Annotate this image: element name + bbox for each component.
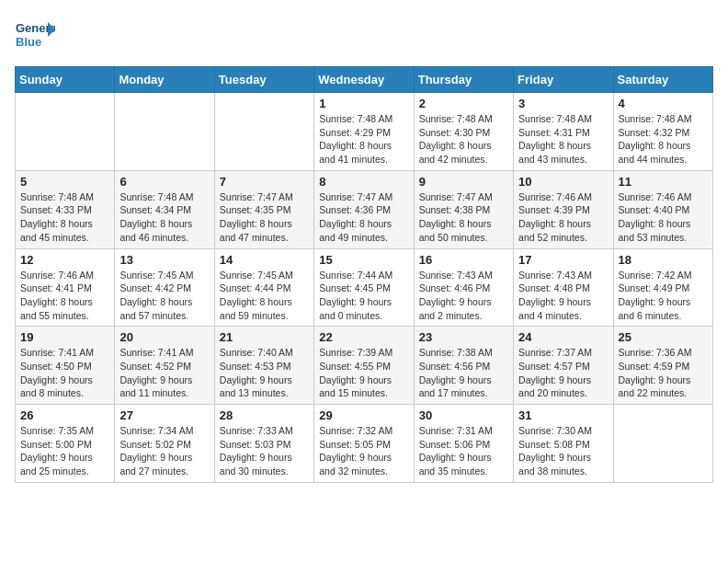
day-number: 30 (419, 408, 508, 422)
day-number: 23 (419, 330, 508, 344)
day-info: Sunrise: 7:40 AM Sunset: 4:53 PM Dayligh… (220, 346, 309, 400)
day-number: 26 (20, 408, 109, 422)
day-cell-25: 25Sunrise: 7:36 AM Sunset: 4:59 PM Dayli… (613, 327, 712, 405)
day-cell-28: 28Sunrise: 7:33 AM Sunset: 5:03 PM Dayli… (214, 405, 313, 483)
day-info: Sunrise: 7:47 AM Sunset: 4:36 PM Dayligh… (319, 190, 408, 245)
day-number: 20 (119, 330, 209, 344)
day-header-sunday: Sunday (16, 67, 115, 93)
day-info: Sunrise: 7:48 AM Sunset: 4:30 PM Dayligh… (419, 112, 508, 167)
day-info: Sunrise: 7:43 AM Sunset: 4:46 PM Dayligh… (419, 269, 508, 323)
day-number: 15 (319, 253, 408, 267)
day-number: 18 (619, 253, 708, 267)
day-header-wednesday: Wednesday (314, 67, 414, 93)
day-header-saturday: Saturday (613, 67, 712, 93)
day-info: Sunrise: 7:38 AM Sunset: 4:56 PM Dayligh… (419, 346, 508, 400)
day-header-tuesday: Tuesday (214, 67, 313, 93)
day-number: 2 (419, 97, 508, 110)
day-number: 29 (319, 408, 408, 422)
day-info: Sunrise: 7:44 AM Sunset: 4:45 PM Dayligh… (319, 269, 408, 323)
day-number: 12 (20, 253, 109, 267)
day-info: Sunrise: 7:33 AM Sunset: 5:03 PM Dayligh… (220, 424, 309, 478)
day-number: 27 (119, 408, 209, 422)
week-row-1: 1Sunrise: 7:48 AM Sunset: 4:29 PM Daylig… (16, 93, 713, 171)
day-cell-21: 21Sunrise: 7:40 AM Sunset: 4:53 PM Dayli… (214, 327, 313, 405)
day-info: Sunrise: 7:30 AM Sunset: 5:08 PM Dayligh… (518, 424, 608, 478)
day-info: Sunrise: 7:37 AM Sunset: 4:57 PM Dayligh… (518, 346, 608, 400)
day-info: Sunrise: 7:42 AM Sunset: 4:49 PM Dayligh… (619, 269, 708, 323)
day-number: 4 (619, 97, 708, 110)
day-number: 10 (518, 175, 608, 189)
day-cell-11: 11Sunrise: 7:46 AM Sunset: 4:40 PM Dayli… (613, 170, 712, 248)
day-info: Sunrise: 7:46 AM Sunset: 4:39 PM Dayligh… (518, 190, 608, 245)
day-cell-16: 16Sunrise: 7:43 AM Sunset: 4:46 PM Dayli… (414, 248, 513, 327)
day-cell-23: 23Sunrise: 7:38 AM Sunset: 4:56 PM Dayli… (414, 327, 513, 405)
day-cell-9: 9Sunrise: 7:47 AM Sunset: 4:38 PM Daylig… (414, 170, 513, 248)
day-number: 5 (20, 175, 109, 189)
empty-cell (613, 405, 712, 483)
day-cell-12: 12Sunrise: 7:46 AM Sunset: 4:41 PM Dayli… (16, 248, 115, 327)
day-info: Sunrise: 7:48 AM Sunset: 4:29 PM Dayligh… (319, 112, 408, 167)
day-cell-3: 3Sunrise: 7:48 AM Sunset: 4:31 PM Daylig… (514, 93, 613, 171)
day-cell-18: 18Sunrise: 7:42 AM Sunset: 4:49 PM Dayli… (613, 248, 712, 327)
day-cell-24: 24Sunrise: 7:37 AM Sunset: 4:57 PM Dayli… (514, 327, 613, 405)
day-info: Sunrise: 7:32 AM Sunset: 5:05 PM Dayligh… (319, 424, 408, 478)
day-cell-13: 13Sunrise: 7:45 AM Sunset: 4:42 PM Dayli… (115, 248, 214, 327)
day-cell-17: 17Sunrise: 7:43 AM Sunset: 4:48 PM Dayli… (514, 248, 613, 327)
day-number: 19 (20, 330, 109, 344)
day-info: Sunrise: 7:46 AM Sunset: 4:41 PM Dayligh… (20, 269, 109, 323)
day-number: 21 (220, 330, 309, 344)
day-info: Sunrise: 7:48 AM Sunset: 4:32 PM Dayligh… (619, 112, 708, 167)
day-number: 28 (220, 408, 309, 422)
day-cell-20: 20Sunrise: 7:41 AM Sunset: 4:52 PM Dayli… (115, 327, 214, 405)
day-cell-6: 6Sunrise: 7:48 AM Sunset: 4:34 PM Daylig… (115, 170, 214, 248)
day-number: 1 (319, 97, 408, 110)
day-info: Sunrise: 7:47 AM Sunset: 4:35 PM Dayligh… (220, 190, 309, 245)
empty-cell (115, 93, 214, 171)
day-cell-2: 2Sunrise: 7:48 AM Sunset: 4:30 PM Daylig… (414, 93, 513, 171)
day-info: Sunrise: 7:39 AM Sunset: 4:55 PM Dayligh… (319, 346, 408, 400)
day-cell-22: 22Sunrise: 7:39 AM Sunset: 4:55 PM Dayli… (314, 327, 414, 405)
day-number: 17 (518, 253, 608, 267)
day-info: Sunrise: 7:34 AM Sunset: 5:02 PM Dayligh… (119, 424, 209, 478)
day-number: 3 (518, 97, 608, 110)
day-number: 24 (518, 330, 608, 344)
day-cell-29: 29Sunrise: 7:32 AM Sunset: 5:05 PM Dayli… (314, 405, 414, 483)
day-number: 11 (619, 175, 708, 189)
day-number: 16 (419, 253, 508, 267)
day-number: 9 (419, 175, 508, 189)
day-number: 25 (619, 330, 708, 344)
day-cell-14: 14Sunrise: 7:45 AM Sunset: 4:44 PM Dayli… (214, 248, 313, 327)
day-info: Sunrise: 7:45 AM Sunset: 4:42 PM Dayligh… (119, 269, 209, 323)
day-info: Sunrise: 7:48 AM Sunset: 4:33 PM Dayligh… (20, 190, 109, 245)
day-cell-30: 30Sunrise: 7:31 AM Sunset: 5:06 PM Dayli… (414, 405, 513, 483)
day-info: Sunrise: 7:48 AM Sunset: 4:34 PM Dayligh… (119, 190, 209, 245)
day-cell-31: 31Sunrise: 7:30 AM Sunset: 5:08 PM Dayli… (514, 405, 613, 483)
day-number: 7 (220, 175, 309, 189)
day-number: 13 (119, 253, 209, 267)
svg-text:Blue: Blue (16, 35, 41, 49)
logo: General Blue (15, 15, 55, 55)
week-row-4: 19Sunrise: 7:41 AM Sunset: 4:50 PM Dayli… (16, 327, 713, 405)
day-cell-15: 15Sunrise: 7:44 AM Sunset: 4:45 PM Dayli… (314, 248, 414, 327)
calendar: SundayMondayTuesdayWednesdayThursdayFrid… (15, 66, 713, 483)
day-number: 22 (319, 330, 408, 344)
day-cell-8: 8Sunrise: 7:47 AM Sunset: 4:36 PM Daylig… (314, 170, 414, 248)
day-number: 8 (319, 175, 408, 189)
day-cell-27: 27Sunrise: 7:34 AM Sunset: 5:02 PM Dayli… (115, 405, 214, 483)
day-info: Sunrise: 7:46 AM Sunset: 4:40 PM Dayligh… (619, 190, 708, 245)
logo-svg: General Blue (15, 15, 55, 55)
day-info: Sunrise: 7:41 AM Sunset: 4:50 PM Dayligh… (20, 346, 109, 400)
day-cell-5: 5Sunrise: 7:48 AM Sunset: 4:33 PM Daylig… (16, 170, 115, 248)
day-info: Sunrise: 7:43 AM Sunset: 4:48 PM Dayligh… (518, 269, 608, 323)
days-header-row: SundayMondayTuesdayWednesdayThursdayFrid… (16, 67, 713, 93)
day-info: Sunrise: 7:45 AM Sunset: 4:44 PM Dayligh… (220, 269, 309, 323)
day-cell-7: 7Sunrise: 7:47 AM Sunset: 4:35 PM Daylig… (214, 170, 313, 248)
week-row-3: 12Sunrise: 7:46 AM Sunset: 4:41 PM Dayli… (16, 248, 713, 327)
day-info: Sunrise: 7:48 AM Sunset: 4:31 PM Dayligh… (518, 112, 608, 167)
day-number: 6 (119, 175, 209, 189)
day-cell-26: 26Sunrise: 7:35 AM Sunset: 5:00 PM Dayli… (16, 405, 115, 483)
day-header-friday: Friday (514, 67, 613, 93)
day-header-monday: Monday (115, 67, 214, 93)
day-cell-4: 4Sunrise: 7:48 AM Sunset: 4:32 PM Daylig… (613, 93, 712, 171)
day-number: 14 (220, 253, 309, 267)
